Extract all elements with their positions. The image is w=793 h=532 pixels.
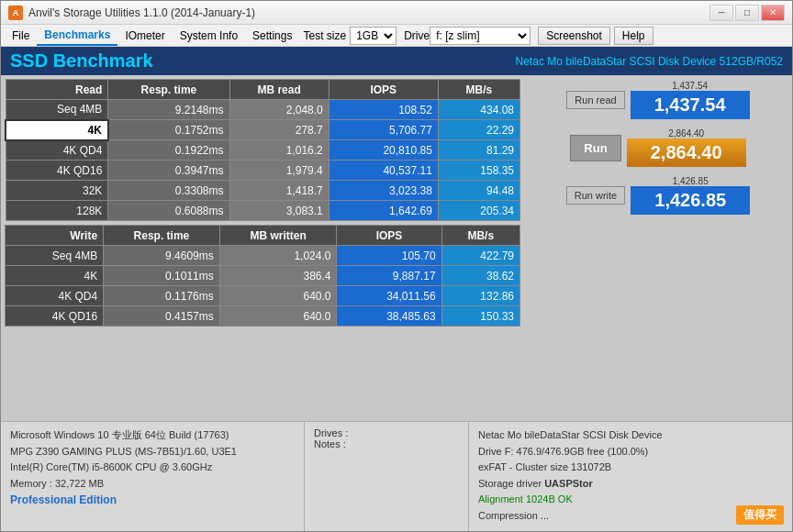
mbs-cell: 81.29 xyxy=(438,140,519,161)
mbs-cell: 38.62 xyxy=(441,266,519,286)
menu-benchmarks[interactable]: Benchmarks xyxy=(37,26,117,46)
total-score-group: Run 2,864.40 2,864.40 xyxy=(530,128,787,167)
row-label: 4K xyxy=(6,120,108,140)
mbs-cell: 422.79 xyxy=(441,246,519,266)
screenshot-button[interactable]: Screenshot xyxy=(538,27,610,45)
table-row: 32K 0.3308ms 1,418.7 3,023.38 94.48 xyxy=(6,181,520,201)
iops-cell: 38,485.63 xyxy=(337,306,441,327)
mb-read-header: MB read xyxy=(229,80,329,100)
mb-cell: 3,083.1 xyxy=(229,201,329,221)
mbs-cell: 434.08 xyxy=(438,100,519,120)
menu-file[interactable]: File xyxy=(5,26,37,46)
resp-time-header: Resp. time xyxy=(108,80,229,100)
read-score-group: Run read 1,437.54 1,437.54 xyxy=(530,81,787,119)
sys-line3: Intel(R) Core(TM) i5-8600K CPU @ 3.60GHz xyxy=(10,460,295,476)
resp-cell: 0.3308ms xyxy=(108,181,229,201)
table-row: 4K 0.1011ms 386.4 9,887.17 38.62 xyxy=(6,266,520,286)
mb-cell: 640.0 xyxy=(219,306,337,327)
write-score-display: 1,426.85 1,426.85 xyxy=(631,176,750,215)
right-panel: Run read 1,437.54 1,437.54 Run 2,864.40 … xyxy=(524,75,792,421)
close-button[interactable]: ✕ xyxy=(761,5,785,21)
header-row: SSD Benchmark Netac Mo bileDataStar SCSI… xyxy=(1,47,792,75)
table-row: 4K QD4 0.1176ms 640.0 34,011.56 132.86 xyxy=(6,286,520,306)
mb-written-header: MB written xyxy=(219,226,337,246)
resp-cell: 0.1011ms xyxy=(104,266,220,286)
app-icon: A xyxy=(8,6,23,20)
run-read-button[interactable]: Run read xyxy=(566,91,624,109)
table-row: 4K QD16 0.3947ms 1,979.4 40,537.11 158.3… xyxy=(6,161,520,181)
test-size-select[interactable]: 1GB xyxy=(350,27,396,45)
resp-cell: 9.4609ms xyxy=(104,246,220,266)
mbs-header-w: MB/s xyxy=(441,226,519,246)
mbs-header: MB/s xyxy=(438,80,519,100)
content-area: SSD Benchmark Netac Mo bileDataStar SCSI… xyxy=(1,47,792,531)
mbs-cell: 94.48 xyxy=(438,181,519,201)
bench-table-container: Read Resp. time MB read IOPS MB/s Seq 4M… xyxy=(1,75,524,421)
watermark: 值得买 xyxy=(736,505,784,525)
alignment-label: Alignment 1024B OK xyxy=(478,493,573,504)
iops-cell: 1,642.69 xyxy=(329,201,438,221)
iops-header-w: IOPS xyxy=(337,226,441,246)
mbs-cell: 150.33 xyxy=(441,306,519,327)
maximize-button[interactable]: □ xyxy=(735,5,759,21)
resp-cell: 0.6088ms xyxy=(108,201,229,221)
iops-cell: 40,537.11 xyxy=(329,161,438,181)
table-row: 128K 0.6088ms 3,083.1 1,642.69 205.34 xyxy=(6,201,520,221)
iops-cell: 105.70 xyxy=(337,246,441,266)
ssd-title: SSD Benchmark xyxy=(10,50,153,72)
mb-cell: 386.4 xyxy=(219,266,337,286)
run-button[interactable]: Run xyxy=(570,135,620,161)
write-table: Write Resp. time MB written IOPS MB/s Se… xyxy=(5,225,520,327)
resp-cell: 0.3947ms xyxy=(108,161,229,181)
total-score-label: 2,864.40 xyxy=(668,128,704,139)
write-score-value: 1,426.85 xyxy=(631,186,750,215)
mb-cell: 640.0 xyxy=(219,286,337,306)
notes-label: Notes : xyxy=(314,438,459,449)
window-controls: ─ □ ✕ xyxy=(709,5,785,21)
menu-system-info[interactable]: System Info xyxy=(173,26,245,46)
mbs-cell: 132.86 xyxy=(441,286,519,306)
read-table: Read Resp. time MB read IOPS MB/s Seq 4M… xyxy=(5,79,520,221)
main-area: Read Resp. time MB read IOPS MB/s Seq 4M… xyxy=(1,75,792,421)
row-label: 4K QD4 xyxy=(6,140,108,161)
sys-line2: MPG Z390 GAMING PLUS (MS-7B51)/1.60, U3E… xyxy=(10,444,295,460)
row-label: 32K xyxy=(6,181,108,201)
drive-label: Drive xyxy=(404,29,430,42)
iops-header: IOPS xyxy=(329,80,438,100)
help-button[interactable]: Help xyxy=(614,27,653,45)
write-score-label: 1,426.85 xyxy=(673,176,709,186)
mb-cell: 2,048.0 xyxy=(229,100,329,120)
window-title: Anvil's Storage Utilities 1.1.0 (2014-Ja… xyxy=(28,6,709,19)
drive-select[interactable]: f: [z slim] xyxy=(430,27,531,45)
test-size-group: Test size 1GB xyxy=(303,27,396,45)
iops-cell: 9,887.17 xyxy=(337,266,441,286)
table-row: Seq 4MB 9.2148ms 2,048.0 108.52 434.08 xyxy=(6,100,520,120)
table-row: Seq 4MB 9.4609ms 1,024.0 105.70 422.79 xyxy=(6,246,520,266)
mb-cell: 278.7 xyxy=(229,120,329,140)
drives-label: Drives : xyxy=(314,427,459,438)
resp-cell: 0.4157ms xyxy=(104,306,220,327)
main-window: A Anvil's Storage Utilities 1.1.0 (2014-… xyxy=(0,0,793,532)
total-score-display: 2,864.40 2,864.40 xyxy=(627,128,746,167)
resp-cell: 9.2148ms xyxy=(108,100,229,120)
run-write-button[interactable]: Run write xyxy=(566,186,625,205)
row-label: 4K xyxy=(6,266,104,286)
row-label: 4K QD16 xyxy=(6,306,104,327)
row-label: 4K QD16 xyxy=(6,161,108,181)
mb-cell: 1,418.7 xyxy=(229,181,329,201)
drives-notes: Drives : Notes : xyxy=(304,422,469,531)
device-info: Netac Mo bileDataStar SCSI Disk Device 5… xyxy=(516,55,783,68)
mbs-cell: 158.35 xyxy=(438,161,519,181)
title-bar: A Anvil's Storage Utilities 1.1.0 (2014-… xyxy=(1,1,792,25)
system-info: Microsoft Windows 10 专业版 64位 Build (1776… xyxy=(1,422,304,531)
pro-edition-label: Professional Edition xyxy=(10,492,295,509)
menu-iometer[interactable]: IOmeter xyxy=(117,26,172,46)
mbs-cell: 205.34 xyxy=(438,201,519,221)
minimize-button[interactable]: ─ xyxy=(709,5,733,21)
fs-info: exFAT - Cluster size 131072B xyxy=(478,460,783,476)
iops-cell: 5,706.77 xyxy=(329,120,438,140)
resp-cell: 0.1922ms xyxy=(108,140,229,161)
iops-cell: 20,810.85 xyxy=(329,140,438,161)
sys-line4: Memory : 32,722 MB xyxy=(10,476,295,493)
menu-settings[interactable]: Settings xyxy=(245,26,299,46)
